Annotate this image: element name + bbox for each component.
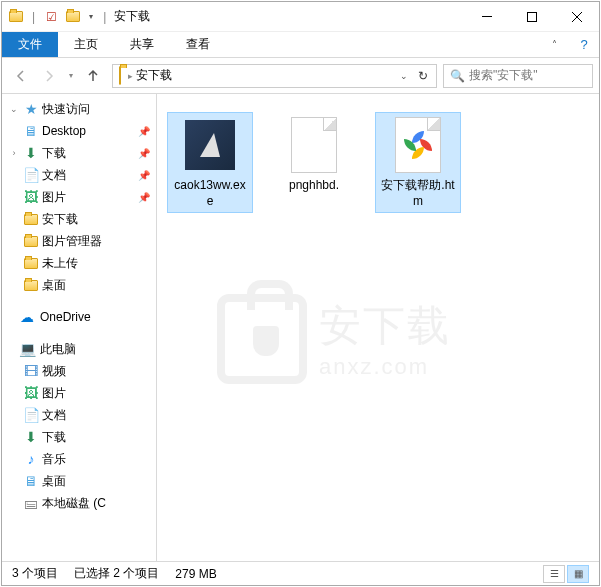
download-icon: ⬇: [22, 428, 40, 446]
svg-rect-0: [482, 16, 492, 17]
tree-expand-icon[interactable]: ›: [8, 148, 20, 158]
sidebar-item-desktop[interactable]: 🖥 Desktop 📌: [2, 120, 156, 142]
pc-icon: 💻: [18, 340, 36, 358]
watermark: 安下载 anxz.com: [217, 294, 557, 384]
sidebar-item-pictures2[interactable]: 🖼 图片: [2, 382, 156, 404]
window-title: 安下载: [114, 8, 464, 25]
refresh-icon[interactable]: ↻: [418, 69, 428, 83]
navigation-pane[interactable]: ⌄ ★ 快速访问 🖥 Desktop 📌 › ⬇ 下载 📌 📄 文档 📌: [2, 94, 157, 561]
help-icon[interactable]: ?: [569, 32, 599, 57]
file-item-blank[interactable]: pnghhbd.: [271, 112, 357, 198]
ribbon-collapse-icon[interactable]: ˄: [539, 32, 569, 57]
address-folder-icon: [119, 67, 121, 85]
close-button[interactable]: [554, 2, 599, 32]
ribbon-home-tab[interactable]: 主页: [58, 32, 114, 57]
sidebar-item-localdisk[interactable]: 🖴 本地磁盘 (C: [2, 492, 156, 514]
picture-icon: 🖼: [22, 384, 40, 402]
file-item-htm[interactable]: 安下载帮助.htm: [375, 112, 461, 213]
folder-icon: [22, 210, 40, 228]
sidebar-item-documents2[interactable]: 📄 文档: [2, 404, 156, 426]
folder-icon: [22, 232, 40, 250]
file-name: 安下载帮助.htm: [379, 178, 457, 209]
qat-newfolder-icon[interactable]: [65, 9, 81, 25]
disk-icon: 🖴: [22, 494, 40, 512]
cloud-icon: ☁: [18, 308, 36, 326]
desktop-icon: 🖥: [22, 472, 40, 490]
document-icon: 📄: [22, 166, 40, 184]
maximize-button[interactable]: [509, 2, 554, 32]
folder-icon: [22, 276, 40, 294]
pin-icon: 📌: [138, 192, 150, 203]
forward-button[interactable]: [36, 63, 62, 89]
sidebar-quick-access[interactable]: ⌄ ★ 快速访问: [2, 98, 156, 120]
ribbon-share-tab[interactable]: 共享: [114, 32, 170, 57]
address-dropdown-icon[interactable]: ⌄: [400, 71, 408, 81]
up-button[interactable]: [80, 63, 106, 89]
sidebar-item-anxiazai[interactable]: 安下载: [2, 208, 156, 230]
file-name: pnghhbd.: [289, 178, 339, 194]
minimize-button[interactable]: [464, 2, 509, 32]
sidebar-this-pc[interactable]: 💻 此电脑: [2, 338, 156, 360]
search-icon: 🔍: [450, 69, 465, 83]
sidebar-item-music[interactable]: ♪ 音乐: [2, 448, 156, 470]
sidebar-item-documents[interactable]: 📄 文档 📌: [2, 164, 156, 186]
breadcrumb-current[interactable]: 安下载: [136, 67, 172, 84]
sidebar-item-notuploaded[interactable]: 未上传: [2, 252, 156, 274]
back-button[interactable]: [8, 63, 34, 89]
ribbon: 文件 主页 共享 查看 ˄ ?: [2, 32, 599, 58]
htm-icon: [389, 116, 447, 174]
star-icon: ★: [22, 100, 40, 118]
details-view-button[interactable]: ☰: [543, 565, 565, 583]
titlebar: | ☑ ▾ | 安下载: [2, 2, 599, 32]
desktop-icon: 🖥: [22, 122, 40, 140]
ribbon-view-tab[interactable]: 查看: [170, 32, 226, 57]
sidebar-item-picmgr[interactable]: 图片管理器: [2, 230, 156, 252]
exe-icon: [181, 116, 239, 174]
pin-icon: 📌: [138, 148, 150, 159]
sidebar-item-videos[interactable]: 🎞 视频: [2, 360, 156, 382]
file-name: caok13ww.exe: [171, 178, 249, 209]
folder-icon: [22, 254, 40, 272]
qat-dropdown-icon[interactable]: ▾: [89, 12, 93, 21]
sidebar-item-downloads2[interactable]: ⬇ 下载: [2, 426, 156, 448]
icons-view-button[interactable]: ▦: [567, 565, 589, 583]
sidebar-item-downloads[interactable]: › ⬇ 下载 📌: [2, 142, 156, 164]
explorer-window: | ☑ ▾ | 安下载 文件 主页 共享 查看 ˄ ?: [1, 1, 600, 586]
status-item-count: 3 个项目: [12, 565, 58, 582]
sidebar-onedrive[interactable]: ☁ OneDrive: [2, 306, 156, 328]
navigation-bar: ▾ ▸ 安下载 ⌄ ↻ 🔍 搜索"安下载": [2, 58, 599, 94]
picture-icon: 🖼: [22, 188, 40, 206]
ribbon-file-tab[interactable]: 文件: [2, 32, 58, 57]
qat-properties-icon[interactable]: ☑: [43, 9, 59, 25]
music-icon: ♪: [22, 450, 40, 468]
document-icon: 📄: [22, 406, 40, 424]
download-icon: ⬇: [22, 144, 40, 162]
file-list-pane[interactable]: caok13ww.exe pnghhbd. 安下载帮助.htm: [157, 94, 599, 561]
sidebar-item-pictures[interactable]: 🖼 图片 📌: [2, 186, 156, 208]
qat-separator: |: [32, 10, 35, 24]
file-icon: [285, 116, 343, 174]
qat-separator-2: |: [103, 10, 106, 24]
video-icon: 🎞: [22, 362, 40, 380]
status-selection: 已选择 2 个项目: [74, 565, 159, 582]
sidebar-item-desktop3[interactable]: 🖥 桌面: [2, 470, 156, 492]
pin-icon: 📌: [138, 170, 150, 181]
search-input[interactable]: 🔍 搜索"安下载": [443, 64, 593, 88]
status-bar: 3 个项目 已选择 2 个项目 279 MB ☰ ▦: [2, 561, 599, 585]
search-placeholder: 搜索"安下载": [469, 67, 538, 84]
address-bar[interactable]: ▸ 安下载 ⌄ ↻: [112, 64, 437, 88]
file-item-exe[interactable]: caok13ww.exe: [167, 112, 253, 213]
app-folder-icon: [8, 9, 24, 25]
status-size: 279 MB: [175, 567, 216, 581]
recent-dropdown-icon[interactable]: ▾: [64, 63, 78, 89]
svg-rect-1: [527, 12, 536, 21]
sidebar-item-desktop2[interactable]: 桌面: [2, 274, 156, 296]
breadcrumb-chevron-icon[interactable]: ▸: [128, 71, 133, 81]
tree-expand-icon[interactable]: ⌄: [8, 104, 20, 114]
pin-icon: 📌: [138, 126, 150, 137]
